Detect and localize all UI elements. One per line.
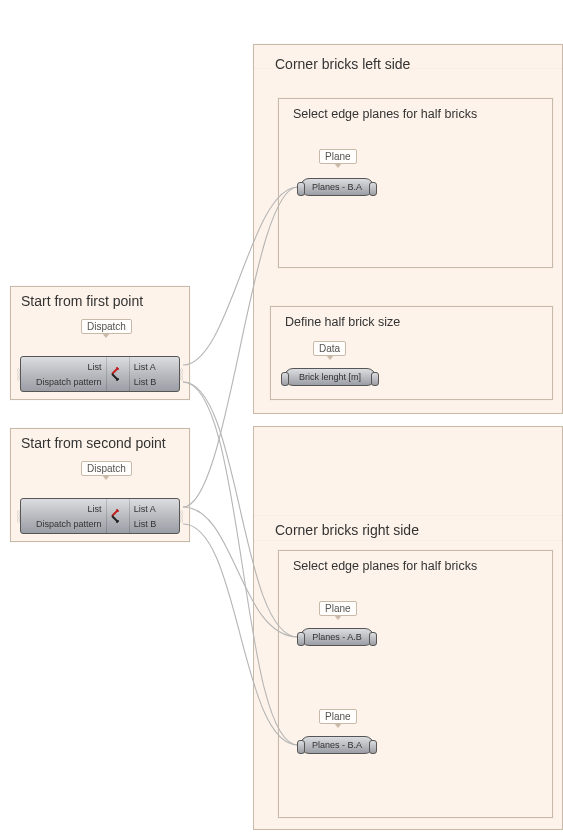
group-select-edge-bottom[interactable]: Select edge planes for half bricks Plane…: [278, 550, 553, 818]
caption-plane-mid: Plane: [319, 601, 357, 616]
param-label: Brick lenght [m]: [299, 372, 361, 382]
group-select-edge-top-title: Select edge planes for half bricks: [293, 107, 477, 121]
param-output-nub[interactable]: [369, 632, 377, 646]
param-output-nub[interactable]: [371, 372, 379, 386]
dispatch-icon: [110, 508, 126, 524]
grip-icon: )))))): [177, 499, 185, 533]
group-start-first-title: Start from first point: [21, 293, 143, 309]
component-dispatch-1[interactable]: (((((( List Dispatch pattern List A List…: [20, 356, 180, 392]
param-input-nub[interactable]: [297, 740, 305, 754]
port-out-a[interactable]: List A: [130, 503, 179, 515]
region-title-left: Corner bricks left side: [275, 56, 410, 72]
grip-icon: )))))): [177, 357, 185, 391]
port-in-list[interactable]: List: [21, 503, 106, 515]
param-input-nub[interactable]: [297, 182, 305, 196]
param-output-nub[interactable]: [369, 182, 377, 196]
port-out-b[interactable]: List B: [130, 376, 179, 388]
port-in-pattern[interactable]: Dispatch pattern: [21, 376, 106, 388]
grip-icon: ((((((: [15, 499, 23, 533]
caption-data: Data: [313, 341, 346, 356]
group-start-second-title: Start from second point: [21, 435, 166, 451]
group-define-half-brick-title: Define half brick size: [285, 315, 400, 329]
caption-plane-bot: Plane: [319, 709, 357, 724]
port-out-b[interactable]: List B: [130, 518, 179, 530]
port-in-pattern[interactable]: Dispatch pattern: [21, 518, 106, 530]
param-planes-ab[interactable]: Planes - A.B: [300, 628, 374, 646]
param-input-nub[interactable]: [281, 372, 289, 386]
port-out-a[interactable]: List A: [130, 361, 179, 373]
param-output-nub[interactable]: [369, 740, 377, 754]
grip-icon: ((((((: [15, 357, 23, 391]
param-label: Planes - A.B: [312, 632, 362, 642]
dispatch-icon: [110, 366, 126, 382]
param-input-nub[interactable]: [297, 632, 305, 646]
canvas[interactable]: Corner bricks left side Corner bricks ri…: [0, 0, 563, 832]
param-planes-ba-top[interactable]: Planes - B.A: [300, 178, 374, 196]
component-dispatch-2[interactable]: (((((( List Dispatch pattern List A List…: [20, 498, 180, 534]
param-label: Planes - B.A: [312, 740, 362, 750]
caption-plane-top: Plane: [319, 149, 357, 164]
region-title-right: Corner bricks right side: [275, 522, 419, 538]
caption-dispatch-2: Dispatch: [81, 461, 132, 476]
param-brick-length[interactable]: Brick lenght [m]: [284, 368, 376, 386]
port-in-list[interactable]: List: [21, 361, 106, 373]
param-label: Planes - B.A: [312, 182, 362, 192]
param-planes-ba-bottom[interactable]: Planes - B.A: [300, 736, 374, 754]
caption-dispatch-1: Dispatch: [81, 319, 132, 334]
group-select-edge-bottom-title: Select edge planes for half bricks: [293, 559, 477, 573]
